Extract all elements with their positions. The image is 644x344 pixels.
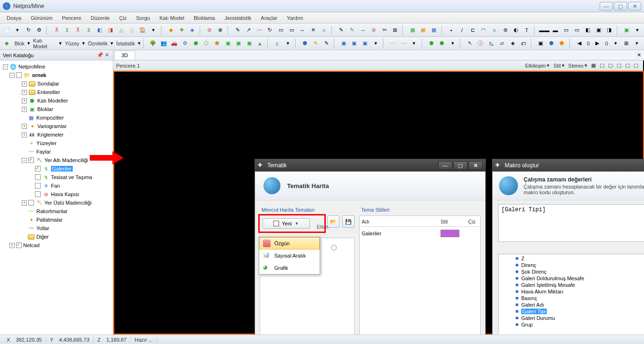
tool-icon[interactable]: ◠	[479, 25, 489, 35]
tool-icon[interactable]: 〰	[388, 38, 398, 49]
close-button[interactable]: ✕	[628, 2, 641, 10]
tool-icon[interactable]: 〰	[398, 38, 408, 49]
menu-pencere[interactable]: Pencere	[58, 14, 85, 22]
tree-item[interactable]: ↯Tesisat ve Taşıma	[1, 173, 112, 181]
tree-item[interactable]: ✦Patlatmalar	[1, 215, 112, 224]
tool-icon[interactable]: 〰	[254, 25, 264, 35]
tool-icon[interactable]: ⬢	[300, 38, 310, 49]
tool-icon[interactable]: ↔	[297, 25, 307, 35]
tool-icon[interactable]: ✂	[380, 25, 390, 35]
tree-item[interactable]: +✦Variogramlar	[1, 122, 112, 130]
tool-icon[interactable]: ▦	[407, 25, 417, 35]
tool-icon[interactable]: ⬡	[202, 38, 212, 49]
tool-icon[interactable]: ◺	[486, 38, 496, 49]
tab-close-icon[interactable]: ✕	[634, 52, 644, 58]
tool-icon[interactable]: ⊼	[51, 25, 61, 35]
tool-icon[interactable]: ▣	[349, 38, 359, 49]
tool-icon[interactable]: ⊼	[73, 25, 83, 35]
tool-icon[interactable]: ▣	[622, 25, 632, 35]
tool-icon[interactable]: ⚙	[180, 38, 190, 49]
tool-icon[interactable]: ↻	[265, 25, 275, 35]
tool-icon[interactable]: ▦	[418, 25, 428, 35]
tool-icon[interactable]: ⊕	[215, 25, 225, 35]
tool-icon[interactable]: ▦	[429, 25, 439, 35]
tool-icon[interactable]: ↗	[244, 25, 254, 35]
style-row[interactable]: Galeriler	[361, 227, 479, 240]
dialog-close-button[interactable]: ✕	[468, 161, 483, 170]
view-btn-icon[interactable]: ▢	[632, 62, 640, 69]
menu-sorgu[interactable]: Sorgu	[132, 14, 153, 22]
tree-item[interactable]: 〰Rakortmanlar	[1, 207, 112, 215]
view-btn-icon[interactable]: ▢	[615, 62, 623, 69]
tool-icon[interactable]: ▬	[551, 25, 560, 35]
tool-icon[interactable]: ◨	[604, 25, 614, 35]
tree-item[interactable]: +⬢Katı Modeller	[1, 96, 112, 105]
menu-gorunum[interactable]: Görünüm	[27, 14, 56, 22]
pin-icon[interactable]: 📌	[97, 52, 103, 59]
menu-bloklama[interactable]: Bloklama	[190, 14, 219, 22]
tree-netcad[interactable]: +Netcad	[1, 241, 112, 249]
tool-icon[interactable]: ✕	[308, 25, 318, 35]
tool-icon[interactable]: 🌳	[148, 38, 158, 49]
tool-icon[interactable]: ▣	[593, 25, 603, 35]
tool-icon[interactable]: ✎	[311, 38, 321, 49]
menu-duzenle[interactable]: Düzenle	[87, 14, 113, 22]
list-item[interactable]: Galeri Durumu	[500, 315, 644, 321]
view-btn-icon[interactable]: ▦	[589, 62, 598, 69]
tree-item[interactable]: +⛏Yer Üstü Madenciliği	[1, 198, 112, 207]
mtb-etkilesim[interactable]: Etkileşim ▾	[523, 62, 551, 69]
tool-dropdown-icon[interactable]: ▾	[13, 25, 23, 35]
tool-icon[interactable]: △	[116, 25, 126, 35]
tool-info-icon[interactable]: ⓘ	[476, 38, 486, 49]
tool-icon[interactable]: ⊻	[62, 25, 72, 35]
tool-icon[interactable]: ▭	[287, 25, 297, 35]
tree-item[interactable]: ✳Fan	[1, 181, 112, 190]
tree-item[interactable]: ▦Kompozitler	[1, 113, 112, 122]
tool-icon[interactable]: ◧	[94, 25, 104, 35]
tree-item[interactable]: ✦Yüzeyler	[1, 139, 112, 147]
maximize-button[interactable]: ▢	[614, 2, 627, 10]
tool-icon[interactable]: ▱	[497, 38, 507, 49]
tool-icon[interactable]: ▣	[223, 38, 233, 49]
menu-araclar[interactable]: Araçlar	[257, 14, 281, 22]
radio-etkin[interactable]	[331, 245, 337, 250]
tree-item[interactable]: ⊖Hava Kapısı	[1, 190, 112, 198]
menu-ciz[interactable]: Çiz	[115, 14, 130, 22]
tool-icon[interactable]: ⬢	[426, 38, 436, 49]
tool-icon[interactable]: ⊚	[500, 25, 510, 35]
list-item[interactable]: Z	[500, 255, 644, 262]
list-item[interactable]: Hava Akım Miktarı	[500, 288, 644, 295]
macro-code-input[interactable]: [Galeri Tipi]	[498, 204, 644, 242]
minimize-button[interactable]: ―	[600, 2, 613, 10]
tool-icon[interactable]: ⬣	[191, 38, 201, 49]
list-item[interactable]: Grup	[500, 321, 644, 328]
tool-icon[interactable]: 🏷	[518, 38, 528, 49]
tab-3d[interactable]: 3D	[114, 51, 135, 60]
list-item[interactable]: Şok Direnç	[500, 268, 644, 275]
tree-root[interactable]: −🌐NetproMine	[1, 62, 112, 71]
mtb-stil[interactable]: Stil ▾	[551, 62, 566, 69]
save-button[interactable]: 💾	[342, 215, 355, 228]
view-btn-icon[interactable]: ▢	[623, 62, 632, 69]
col-name[interactable]: Adı	[362, 219, 441, 224]
tool-icon[interactable]: /	[457, 25, 467, 35]
tree-item[interactable]: 〰Yollar	[1, 224, 112, 232]
tool-icon[interactable]: ❖	[177, 25, 186, 35]
style-swatch[interactable]	[441, 230, 459, 237]
tool-dropdown-icon[interactable]: ▾	[409, 38, 419, 49]
tool-icon[interactable]: ▣	[339, 38, 348, 49]
tool-icon[interactable]: ✎	[336, 25, 346, 35]
tree-item[interactable]: +Sondajlar	[1, 79, 112, 88]
tool-icon[interactable]: ⬢	[212, 38, 222, 49]
viewport-3d[interactable]: ✚ Tematik ― ▢ ✕ Tematik Harita Mevcut Ha…	[113, 71, 644, 335]
tool-icon[interactable]: ⊞	[621, 38, 631, 49]
tool-icon[interactable]: ⊞	[390, 25, 400, 35]
tool-icon[interactable]: ▭	[572, 25, 582, 35]
tree-item[interactable]: +Enkesitler	[1, 88, 112, 96]
mtb-stereo[interactable]: Stereo ▾	[567, 62, 589, 69]
menu-jeoistatistik[interactable]: Jeoistatistik	[220, 14, 255, 22]
tool-icon[interactable]: ✎	[347, 25, 357, 35]
tool-icon[interactable]: ◨	[105, 25, 115, 35]
tool-icon[interactable]: ▲	[255, 38, 265, 49]
dialog-titlebar[interactable]: ✚ Tematik ― ▢ ✕	[255, 159, 485, 172]
